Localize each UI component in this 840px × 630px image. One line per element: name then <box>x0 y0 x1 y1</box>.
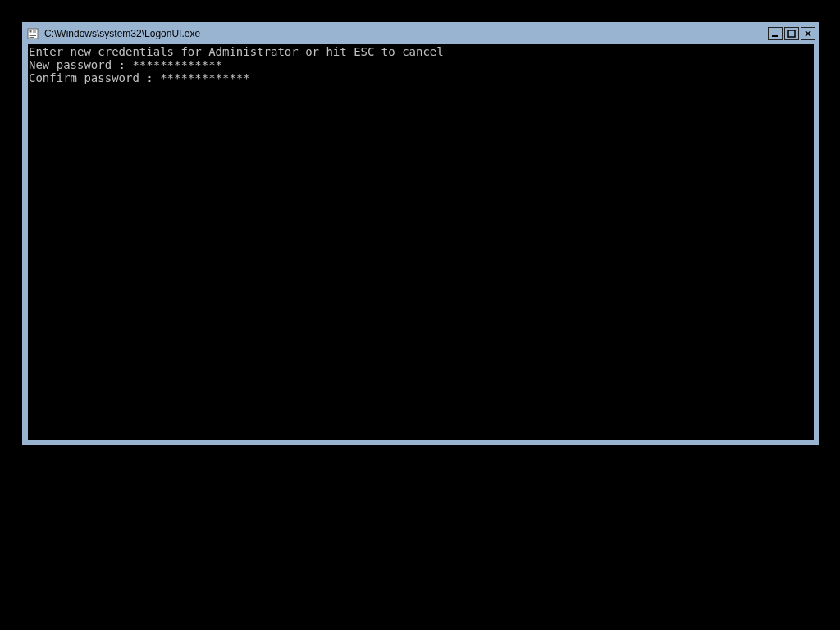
window-title: C:\Windows\system32\LogonUI.exe <box>44 28 768 39</box>
titlebar[interactable]: C:\Windows\system32\LogonUI.exe <box>23 23 819 44</box>
svg-rect-3 <box>33 32 36 33</box>
new-password-label: New password : <box>29 58 132 71</box>
console-new-password-line: New password : ************* <box>29 58 813 71</box>
svg-rect-7 <box>772 35 778 37</box>
svg-rect-8 <box>788 30 795 37</box>
confirm-password-label: Confirm password : <box>29 71 160 84</box>
maximize-button[interactable] <box>784 27 799 40</box>
new-password-mask: ************* <box>132 58 222 71</box>
app-icon <box>26 27 39 40</box>
svg-rect-4 <box>30 34 37 34</box>
close-button[interactable] <box>801 27 815 40</box>
window-controls <box>768 27 815 40</box>
console-confirm-password-line: Confirm password : ************* <box>29 71 813 84</box>
console-prompt-line: Enter new credentials for Administrator … <box>29 45 813 58</box>
minimize-button[interactable] <box>768 27 783 40</box>
confirm-password-mask: ************* <box>160 71 250 84</box>
svg-rect-1 <box>30 30 32 33</box>
svg-rect-6 <box>30 37 34 38</box>
svg-rect-2 <box>33 30 36 31</box>
svg-rect-5 <box>30 35 37 36</box>
window-frame: C:\Windows\system32\LogonUI.exe Enter ne… <box>22 22 819 445</box>
console-area[interactable]: Enter new credentials for Administrator … <box>28 44 814 440</box>
